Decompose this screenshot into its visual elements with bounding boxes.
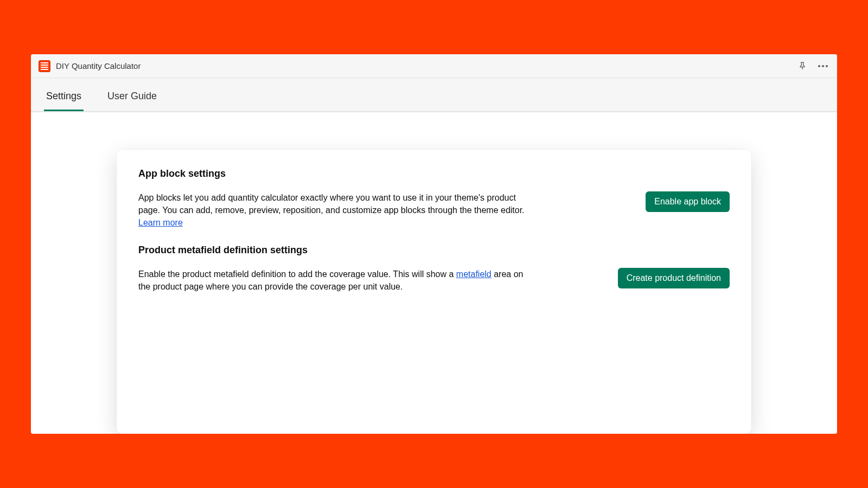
enable-app-block-button[interactable]: Enable app block bbox=[646, 191, 730, 212]
app-block-description: App blocks let you add quantity calculat… bbox=[138, 191, 534, 229]
settings-card: App block settings App blocks let you ad… bbox=[117, 150, 751, 434]
app-window: DIY Quantity Calculator Settings User Gu… bbox=[31, 54, 837, 434]
section-heading-app-block: App block settings bbox=[138, 168, 730, 179]
learn-more-link[interactable]: Learn more bbox=[138, 218, 183, 227]
section-row-metafield: Enable the product metafield definition … bbox=[138, 268, 730, 293]
tabs: Settings User Guide bbox=[31, 78, 837, 112]
tab-user-guide[interactable]: User Guide bbox=[105, 81, 159, 111]
metafield-link[interactable]: metafield bbox=[456, 269, 492, 279]
pin-icon[interactable] bbox=[796, 60, 809, 73]
metafield-description: Enable the product metafield definition … bbox=[138, 268, 534, 293]
content-area: App block settings App blocks let you ad… bbox=[31, 112, 837, 434]
section-heading-metafield: Product metafield definition settings bbox=[138, 245, 730, 256]
app-icon bbox=[39, 60, 50, 72]
app-name: DIY Quantity Calculator bbox=[56, 61, 141, 70]
titlebar: DIY Quantity Calculator bbox=[31, 54, 837, 78]
titlebar-actions bbox=[796, 60, 829, 73]
metafield-desc-a: Enable the product metafield definition … bbox=[138, 269, 456, 279]
tab-settings[interactable]: Settings bbox=[44, 81, 84, 111]
section-row-app-block: App blocks let you add quantity calculat… bbox=[138, 191, 730, 229]
more-icon[interactable] bbox=[816, 60, 829, 73]
create-product-definition-button[interactable]: Create product definition bbox=[618, 268, 730, 288]
app-block-desc-text: App blocks let you add quantity calculat… bbox=[138, 193, 525, 215]
